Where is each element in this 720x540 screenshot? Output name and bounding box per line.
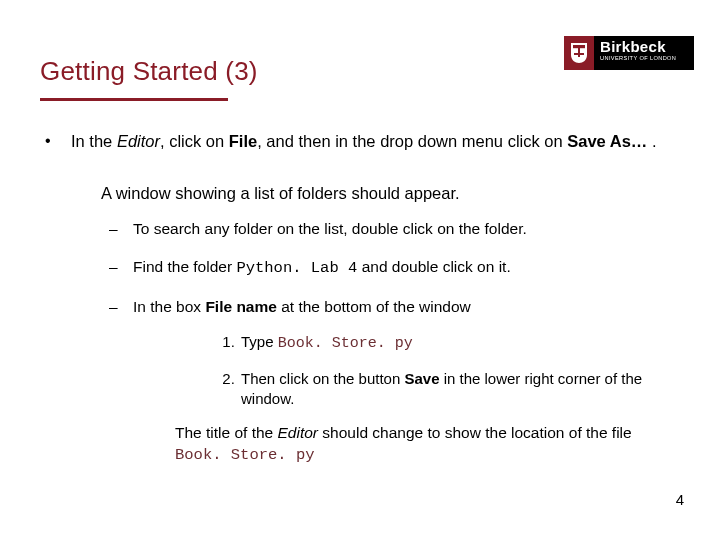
title-text: Getting Started	[40, 56, 218, 86]
filename-code-2: Book. Store. py	[175, 446, 315, 464]
step-type-filename: Type Book. Store. py	[239, 332, 690, 354]
slide: Birkbeck UNIVERSITY OF LONDON Getting St…	[0, 0, 720, 540]
dash-search-folder: To search any folder on the list, double…	[133, 219, 690, 240]
editor-word: Editor	[117, 132, 160, 150]
bullet-main-text: In the Editor, click on File, and then i…	[71, 130, 690, 152]
dash-filename-box: In the box File name at the bottom of th…	[133, 297, 690, 466]
logo-text: Birkbeck UNIVERSITY OF LONDON	[594, 36, 694, 70]
dash-find-folder: Find the folder Python. Lab 4 and double…	[133, 257, 690, 279]
file-name-label: File name	[205, 298, 277, 315]
birkbeck-logo: Birkbeck UNIVERSITY OF LONDON	[564, 36, 694, 70]
svg-rect-1	[578, 45, 580, 57]
crest-icon	[564, 36, 594, 70]
svg-rect-2	[574, 53, 584, 55]
page-number: 4	[676, 491, 684, 508]
save-as-menu: Save As…	[567, 132, 647, 150]
logo-title: Birkbeck	[600, 39, 688, 55]
step-click-save: Then click on the button Save in the low…	[239, 369, 690, 410]
window-appears-text: A window showing a list of folders shoul…	[101, 182, 690, 204]
bullet-main: In the Editor, click on File, and then i…	[67, 130, 690, 466]
file-menu: File	[229, 132, 257, 150]
title-number: (3)	[225, 56, 257, 86]
title-underline	[40, 98, 228, 101]
save-button-label: Save	[404, 370, 439, 387]
editor-word-2: Editor	[278, 424, 319, 441]
slide-body: In the Editor, click on File, and then i…	[33, 130, 690, 484]
trailer-text: The title of the Editor should change to…	[175, 423, 690, 466]
filename-code: Book. Store. py	[278, 335, 413, 352]
folder-name: Python. Lab 4	[236, 259, 357, 277]
logo-subtitle: UNIVERSITY OF LONDON	[600, 55, 688, 62]
